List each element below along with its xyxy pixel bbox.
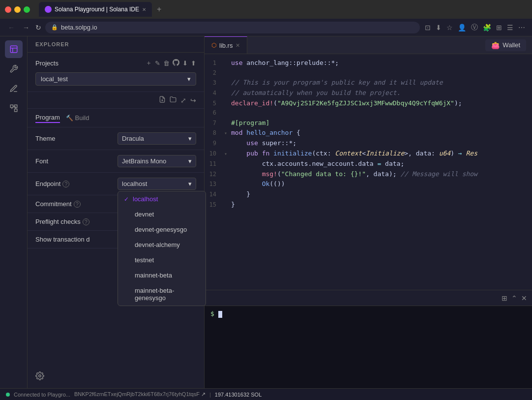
code-line-3: 3 // This is your program's public key a… (205, 78, 532, 88)
code-line-14: 14 } (205, 189, 532, 200)
back-button[interactable]: ← (6, 23, 17, 32)
endpoint-option-devnet-genesysgo[interactable]: devnet-genesysgo (118, 222, 206, 237)
tab-build[interactable]: 🔨 Build (66, 113, 89, 123)
file-actions: ⤢ ↪ (28, 92, 204, 109)
endpoint-option-devnet-alchemy[interactable]: devnet-alchemy (118, 237, 206, 252)
endpoint-select[interactable]: localhost ▾ (118, 178, 196, 190)
terminal-content[interactable]: $ (205, 306, 532, 388)
vimeo-icon[interactable]: Ⓥ (470, 22, 479, 33)
minimize-window-button[interactable] (14, 6, 21, 13)
terminal-cursor (218, 310, 222, 317)
preflight-help-icon[interactable]: ? (83, 218, 89, 225)
sidebar-item-search[interactable] (5, 80, 23, 97)
code-line-10: 10 ▾ pub fn initialize(ctx: Context<Init… (205, 149, 532, 159)
wallet-button[interactable]: 👛 Wallet (485, 39, 526, 51)
editor-tabs: ⬡ lib.rs ✕ 👛 Wallet (205, 36, 532, 54)
refresh-button[interactable]: ↻ (35, 24, 41, 31)
endpoint-option-testnet[interactable]: testnet (118, 252, 206, 268)
rename-project-icon[interactable]: ✎ (155, 60, 160, 67)
endpoint-help-icon[interactable]: ? (62, 181, 69, 187)
profile-icon[interactable]: 👤 (457, 23, 467, 32)
check-mark-icon: ✓ (124, 196, 129, 203)
import-icon[interactable]: ⬇ (182, 60, 188, 67)
code-line-5: 5 declare_id!("A9Qvj2S1F2Ke5fgZJJSC1wxj3… (205, 98, 532, 109)
delete-project-icon[interactable]: 🗑 (163, 60, 170, 67)
terminal-area: ⊞ ⌃ ✕ $ (205, 290, 532, 388)
new-folder-icon[interactable] (170, 96, 177, 104)
endpoint-option-localhost[interactable]: ✓ localhost (118, 191, 206, 207)
download-icon[interactable]: ⬇ (435, 23, 443, 32)
add-project-icon[interactable]: ＋ (146, 59, 152, 67)
github-icon[interactable] (173, 59, 179, 67)
sidebar-item-explorer[interactable] (5, 40, 23, 58)
projects-section: Projects ＋ ✎ 🗑 ⬇ ⬆ local_test ▾ (28, 53, 204, 92)
tab-program[interactable]: Program (35, 113, 60, 123)
browser-chrome: Solana Playground | Solana IDE ✕ + (0, 0, 532, 19)
browser-tab-active[interactable]: Solana Playground | Solana IDE ✕ (39, 2, 152, 17)
code-line-2: 2 (205, 68, 532, 78)
tab-close-icon[interactable]: ✕ (142, 7, 146, 12)
connection-status-text: Connected to Playgro... (14, 392, 70, 398)
extensions-icon[interactable]: ⊞ (495, 23, 503, 32)
svg-point-6 (39, 375, 41, 377)
external-link-icon[interactable]: ↗ (201, 391, 206, 397)
code-line-13: 13 Ok(()) (205, 179, 532, 189)
svg-rect-1 (10, 105, 13, 107)
reader-icon[interactable]: ☰ (506, 23, 514, 32)
expand-icon[interactable]: ⤢ (180, 96, 186, 104)
explorer-panel: EXPLORER Projects ＋ ✎ 🗑 ⬇ ⬆ local_test (28, 36, 205, 388)
bookmark-icon[interactable]: ☆ (445, 23, 454, 32)
tab-bar: Solana Playground | Solana IDE ✕ + (39, 2, 527, 17)
font-label: Font (35, 157, 48, 165)
new-tab-button[interactable]: + (155, 5, 163, 14)
ext-icon[interactable]: 🧩 (482, 23, 492, 32)
terminal-minimize-icon[interactable]: ⌃ (511, 294, 517, 302)
wallet-icon: 👛 (491, 41, 500, 49)
fullscreen-window-button[interactable] (24, 6, 30, 13)
sidebar-item-git[interactable] (5, 99, 23, 117)
settings-gear-button[interactable] (28, 366, 204, 388)
tab-close-icon[interactable]: ✕ (236, 42, 240, 49)
terminal-close-icon[interactable]: ✕ (521, 294, 527, 302)
wallet-balance: 197.41301632 SOL (215, 392, 262, 398)
code-line-11: 11 ctx.accounts.new_account.data = data; (205, 159, 532, 169)
file-icon: ⬡ (211, 42, 216, 49)
app-container: EXPLORER Projects ＋ ✎ 🗑 ⬇ ⬆ local_test (0, 36, 532, 388)
terminal-expand-icon[interactable]: ⊞ (502, 294, 507, 302)
project-selector[interactable]: local_test ▾ (35, 72, 196, 86)
endpoint-setting-row: Endpoint ? localhost ▾ ✓ localhost devne (28, 173, 204, 195)
build-icon: 🔨 (66, 115, 73, 122)
font-select[interactable]: JetBrains Mono ▾ (118, 155, 196, 167)
code-editor[interactable]: 1 use anchor_lang::prelude::*; 2 3 // Th… (205, 54, 532, 290)
lock-icon: 🔒 (51, 24, 58, 31)
font-selected-text: JetBrains Mono (122, 157, 166, 165)
theme-select[interactable]: Dracula ▾ (118, 132, 196, 145)
sidebar-item-tools[interactable] (5, 60, 23, 78)
cast-icon[interactable]: ⊡ (424, 23, 432, 32)
share-icon[interactable]: ↪ (190, 96, 196, 104)
font-setting-row: Font JetBrains Mono ▾ (28, 150, 204, 173)
traffic-lights (5, 6, 30, 13)
commitment-label: Commitment ? (35, 200, 81, 208)
editor-tab-librs[interactable]: ⬡ lib.rs ✕ (205, 36, 247, 54)
code-line-15: 15 } (205, 200, 532, 210)
connection-status-dot (6, 393, 10, 397)
new-file-icon[interactable] (159, 96, 166, 104)
endpoint-option-mainnet-beta[interactable]: mainnet-beta (118, 268, 206, 283)
url-text: beta.solpg.io (61, 24, 97, 31)
export-icon[interactable]: ⬆ (191, 60, 196, 67)
terminal-header: ⊞ ⌃ ✕ (205, 290, 532, 306)
code-line-7: 7 #[program] (205, 118, 532, 128)
explorer-header: EXPLORER (28, 36, 204, 53)
close-window-button[interactable] (5, 6, 11, 13)
font-chevron-icon: ▾ (188, 157, 192, 165)
endpoint-option-devnet[interactable]: devnet (118, 207, 206, 222)
commitment-help-icon[interactable]: ? (74, 201, 81, 208)
wallet-address: BNKP2f6zrnETxejQmRjbT2kki6T68x7rj76tyhQ1… (74, 391, 206, 398)
address-bar[interactable]: 🔒 beta.solpg.io (45, 22, 420, 33)
forward-button[interactable]: → (21, 23, 31, 32)
endpoint-option-mainnet-beta-genesysgo[interactable]: mainnet-beta-genesysgo (118, 283, 206, 306)
menu-icon[interactable]: ⋯ (517, 23, 526, 32)
code-line-6: 6 (205, 108, 532, 118)
project-actions: ＋ ✎ 🗑 ⬇ ⬆ (146, 59, 196, 67)
